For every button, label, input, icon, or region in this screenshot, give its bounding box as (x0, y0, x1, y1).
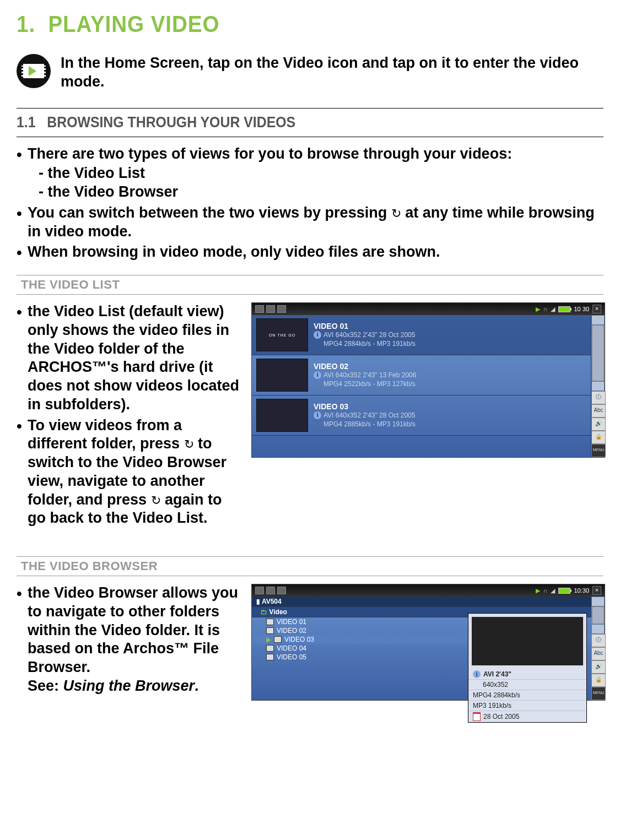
play-icon: ▶ (536, 306, 540, 313)
taskbar-left (255, 305, 531, 313)
preview-title-row: i AVI 2'43" (468, 669, 586, 680)
rail-menu-button[interactable]: MENU (591, 687, 606, 700)
section-number: 1.1 (17, 114, 36, 131)
bullet-item: the Video List (default view) only shows… (17, 302, 242, 414)
rail-lock-button[interactable]: 🔒 (591, 431, 606, 444)
subsection-video-browser: THE VIDEO BROWSER the Video Browser allo… (17, 556, 603, 709)
volume-icon: ◢ (551, 587, 555, 594)
preview-codec-audio: MP3 191kb/s (468, 701, 586, 711)
video-browser-bullets: the Video Browser allows you to navigate… (17, 584, 242, 696)
rail-sound-button[interactable]: 🔊 (591, 660, 606, 674)
bullet-text-pre: To view videos from a different folder, … (28, 417, 184, 452)
bullet-item: There are two types of views for you to … (17, 145, 603, 202)
bullet-item: To view videos from a different folder, … (17, 416, 242, 528)
subsection-title: THE VIDEO LIST (17, 275, 603, 295)
bullet-text: the Video Browser allows you to navigate… (28, 584, 238, 675)
file-name: VIDEO 05 (277, 653, 306, 661)
section-title: BROWSING THROUGH YOUR VIDEOS (47, 114, 295, 131)
rail-lock-button[interactable]: 🔒 (591, 674, 606, 687)
preview-date-row: 28 Oct 2005 (468, 711, 586, 722)
video-thumbnail (256, 359, 308, 392)
video-list-area: ON THE GO VIDEO 01 i AVI 640x352 2'43" 2… (252, 315, 591, 457)
video-meta: AVI 640x352 2'43" 13 Feb 2006 (324, 371, 416, 379)
drive-label: AV504 (262, 598, 282, 605)
video-thumbnail (256, 399, 308, 432)
rail-abc-button[interactable]: Abc (591, 647, 606, 660)
close-icon[interactable]: × (592, 305, 601, 313)
rail-info-button[interactable]: ⓘ (591, 634, 606, 647)
rail-info-button[interactable]: ⓘ (591, 391, 606, 404)
file-name: VIDEO 04 (277, 644, 306, 652)
video-meta: AVI 640x352 2'43" 28 Oct 2005 (324, 331, 415, 339)
taskbar-icon[interactable] (255, 587, 264, 594)
video-meta: MPG4 2884kb/s - MP3 191kb/s (324, 340, 416, 348)
taskbar-icon[interactable] (277, 305, 286, 313)
sub-item: the Video Browser (39, 183, 603, 202)
taskbar-icon[interactable] (266, 587, 275, 594)
play-icon: ▶ (536, 587, 540, 594)
file-name: VIDEO 02 (277, 627, 306, 635)
refresh-icon: ↻ (391, 206, 401, 221)
divider (17, 108, 603, 109)
divider (17, 137, 603, 137)
see-reference: Using the Browser (63, 678, 195, 694)
refresh-icon: ↻ (184, 437, 194, 452)
sub-list: the Video List the Video Browser (39, 164, 603, 202)
bullet-item: When browsing in video mode, only video … (17, 243, 603, 262)
info-icon: i (314, 411, 321, 419)
taskbar: ▶ ∩ ◢ 10:30 × (252, 584, 605, 597)
close-icon[interactable]: × (592, 586, 601, 595)
video-title: VIDEO 03 (314, 402, 586, 411)
file-name: VIDEO 03 (284, 636, 314, 643)
clock-label: 10:30 (574, 587, 589, 594)
rail-sound-button[interactable]: 🔊 (591, 418, 606, 431)
side-rail: ⓘ Abc 🔊 🔒 MENU (591, 597, 605, 700)
scroll-down-button[interactable] (591, 381, 605, 391)
video-row[interactable]: VIDEO 03 i AVI 640x352 2'43" 28 Oct 2005… (252, 395, 591, 436)
bullet-item: You can switch between the two views by … (17, 204, 603, 241)
scrollbar[interactable] (592, 607, 603, 624)
taskbar-icon[interactable] (277, 587, 286, 594)
video-title: VIDEO 01 (314, 322, 586, 330)
breadcrumb-root[interactable]: ▮ AV504 (252, 597, 591, 607)
section-heading: 1.1 BROWSING THROUGH YOUR VIDEOS (17, 114, 557, 131)
bullet-text-pre: You can switch between the two views by … (28, 204, 391, 221)
rail-abc-button[interactable]: Abc (591, 404, 606, 418)
video-meta: MPG4 2885kb/s - MP3 191kb/s (324, 420, 416, 428)
info-icon: i (314, 331, 321, 339)
clock-label: 10 30 (574, 306, 589, 312)
side-rail: ⓘ Abc 🔊 🔒 MENU (591, 315, 605, 457)
video-thumbnail: ON THE GO (256, 318, 308, 351)
browser-body: ▮ AV504 🗀 Video VIDEO 01 VIDEO 02 ▶VIDEO… (252, 597, 591, 700)
subsection-video-list: THE VIDEO LIST the Video List (default v… (17, 275, 603, 541)
screenshot-video-list: ▶ ∩ ◢ 10 30 × ON THE GO VIDEO 01 i (251, 302, 605, 458)
battery-icon (558, 306, 570, 312)
preview-date: 28 Oct 2005 (483, 713, 519, 720)
folder-icon: 🗀 (261, 608, 267, 616)
bullet-text: There are two types of views for you to … (28, 145, 512, 162)
taskbar-icon[interactable] (255, 305, 264, 313)
see-label: See: (28, 678, 63, 694)
video-title: VIDEO 02 (314, 362, 586, 371)
scrollbar[interactable] (592, 326, 603, 381)
video-row[interactable]: VIDEO 02 i AVI 640x352 2'43" 13 Feb 2006… (252, 355, 591, 395)
taskbar: ▶ ∩ ◢ 10 30 × (252, 303, 605, 315)
scroll-down-button[interactable] (591, 624, 605, 634)
scroll-up-button[interactable] (591, 597, 605, 606)
sub-item: the Video List (39, 164, 603, 183)
info-icon: i (473, 670, 481, 678)
bullet-item: the Video Browser allows you to navigate… (17, 584, 242, 696)
taskbar-icon[interactable] (266, 305, 275, 313)
drive-icon: ▮ (256, 598, 260, 605)
video-app-icon (17, 54, 51, 88)
video-list-bullets: the Video List (default view) only shows… (17, 302, 242, 528)
video-row[interactable]: ON THE GO VIDEO 01 i AVI 640x352 2'43" 2… (252, 315, 591, 355)
refresh-icon: ↻ (151, 493, 161, 508)
intro-row: In the Home Screen, tap on the Video ico… (17, 54, 603, 91)
play-icon (29, 66, 36, 76)
taskbar-left (255, 587, 531, 594)
taskbar-right: ▶ ∩ ◢ 10:30 × (536, 586, 601, 595)
scroll-up-button[interactable] (591, 315, 605, 325)
rail-menu-button[interactable]: MENU (591, 444, 606, 457)
folder-label: Video (269, 608, 287, 616)
